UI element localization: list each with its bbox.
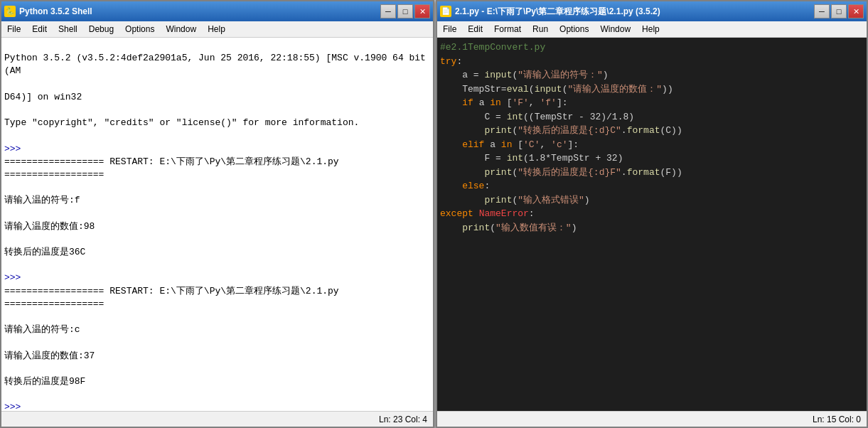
python-icon: 🐍 [4, 6, 16, 17]
separator-2: ================== RESTART: E:\下雨了\Py\第二… [4, 285, 430, 311]
shell-menu-edit[interactable]: Edit [26, 23, 53, 36]
separator-1: ================== RESTART: E:\下雨了\Py\第二… [4, 156, 430, 181]
editor-close-button[interactable]: ✕ [848, 4, 864, 18]
editor-title-bar: 📄 2.1.py - E:\下雨了\Py\第二章程序练习题\2.1.py (3.… [437, 1, 867, 21]
python-banner-line1: Python 3.5.2 (v3.5.2:4def2a2901a5, Jun 2… [4, 52, 430, 77]
output-result-2: 转换后的温度是98F [4, 375, 430, 388]
shell-close-button[interactable]: ✕ [414, 4, 430, 18]
shell-maximize-button[interactable]: □ [397, 4, 413, 18]
shell-menu-bar: File Edit Shell Debug Options Window Hel… [1, 21, 433, 38]
editor-menu-edit[interactable]: Edit [462, 23, 488, 36]
editor-menu-run[interactable]: Run [527, 23, 554, 36]
python-banner-line3: Type "copyright", "credits" or "license(… [4, 117, 430, 129]
shell-menu-help[interactable]: Help [202, 23, 231, 36]
shell-window: 🐍 Python 3.5.2 Shell ─ □ ✕ File Edit She… [0, 0, 434, 428]
editor-title-text: 2.1.py - E:\下雨了\Py\第二章程序练习题\2.1.py (3.5.… [455, 6, 660, 18]
editor-menu-format[interactable]: Format [488, 23, 527, 36]
output-val-1: 请输入温度的数值:98 [4, 220, 430, 233]
editor-content-area[interactable]: #e2.1TempConvert.py try: a = input("请输入温… [437, 38, 867, 411]
editor-status-bar: Ln: 15 Col: 0 [437, 411, 867, 427]
prompt-2: >>> [4, 272, 26, 283]
editor-menu-bar: File Edit Format Run Options Window Help [437, 21, 867, 38]
shell-menu-file[interactable]: File [1, 23, 26, 36]
editor-status-text: Ln: 15 Col: 0 [813, 414, 861, 424]
shell-minimize-button[interactable]: ─ [380, 4, 396, 18]
shell-status-bar: Ln: 23 Col: 4 [1, 411, 433, 427]
editor-menu-window[interactable]: Window [594, 23, 636, 36]
shell-title-text: Python 3.5.2 Shell [19, 6, 92, 16]
shell-menu-debug[interactable]: Debug [83, 23, 119, 36]
editor-code: #e2.1TempConvert.py try: a = input("请输入温… [437, 38, 867, 237]
python-banner-line2: D64)] on win32 [4, 91, 430, 104]
shell-menu-options[interactable]: Options [119, 23, 160, 36]
shell-status-text: Ln: 23 Col: 4 [379, 414, 427, 424]
shell-menu-window[interactable]: Window [160, 23, 202, 36]
prompt-1: >>> [4, 144, 26, 154]
editor-minimize-button[interactable]: ─ [814, 4, 830, 18]
output-val-2: 请输入温度的数值:37 [4, 350, 430, 363]
editor-menu-options[interactable]: Options [554, 23, 594, 36]
editor-file-icon: 📄 [440, 6, 451, 17]
prompt-3: >>> [4, 402, 26, 411]
output-result-1: 转换后的温度是36C [4, 246, 430, 259]
editor-title-left: 📄 2.1.py - E:\下雨了\Py\第二章程序练习题\2.1.py (3.… [440, 6, 660, 18]
output-sym-2: 请输入温的符号:c [4, 323, 430, 336]
editor-window: 📄 2.1.py - E:\下雨了\Py\第二章程序练习题\2.1.py (3.… [436, 0, 868, 428]
shell-output: Python 3.5.2 (v3.5.2:4def2a2901a5, Jun 2… [4, 39, 430, 411]
shell-title-bar: 🐍 Python 3.5.2 Shell ─ □ ✕ [1, 1, 433, 21]
shell-title-left: 🐍 Python 3.5.2 Shell [4, 6, 92, 17]
editor-menu-help[interactable]: Help [636, 23, 665, 36]
shell-menu-shell[interactable]: Shell [53, 23, 83, 36]
editor-menu-file[interactable]: File [437, 23, 462, 36]
editor-maximize-button[interactable]: □ [831, 4, 847, 18]
editor-title-buttons: ─ □ ✕ [814, 4, 864, 18]
shell-title-buttons: ─ □ ✕ [380, 4, 430, 18]
output-sym-1: 请输入温的符号:f [4, 194, 430, 207]
shell-content-area[interactable]: Python 3.5.2 (v3.5.2:4def2a2901a5, Jun 2… [1, 38, 433, 411]
